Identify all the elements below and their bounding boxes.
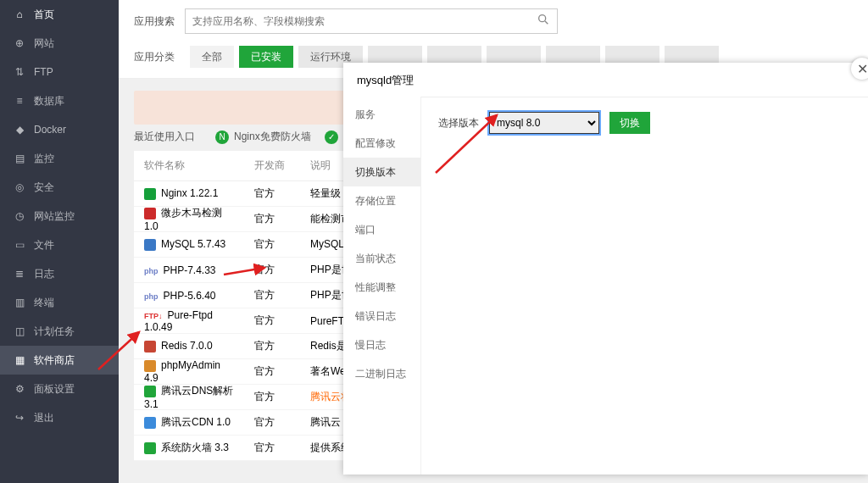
cron-icon: ◫	[14, 325, 25, 337]
cell-name: Nginx 1.22.1	[134, 187, 244, 200]
app-icon: FTP↓	[144, 312, 163, 320]
th-name: 软件名称	[134, 158, 244, 173]
sidebar-item-shield[interactable]: ◎安全	[0, 173, 119, 202]
modal-sidebar: 服务配置修改切换版本存储位置端口当前状态性能调整错误日志慢日志二进制日志	[343, 97, 421, 475]
home-icon: ⌂	[14, 8, 25, 20]
search-row: 应用搜索	[119, 0, 868, 41]
sidebar-item-log[interactable]: ≣日志	[0, 259, 119, 288]
cell-dev: 官方	[244, 415, 300, 430]
cell-dev: 官方	[244, 314, 300, 328]
cell-name: 系统防火墙 3.3	[134, 441, 244, 455]
modal-tab[interactable]: 端口	[343, 215, 420, 244]
gear-icon: ⚙	[14, 383, 25, 395]
cell-name: Redis 7.0.0	[134, 340, 244, 353]
sidebar-item-ftp[interactable]: ⇅FTP	[0, 58, 119, 86]
sidebar-item-cron[interactable]: ◫计划任务	[0, 317, 119, 346]
mysqld-modal: ✕ mysqld管理 服务配置修改切换版本存储位置端口当前状态性能调整错误日志慢…	[343, 63, 868, 475]
shield-icon: N	[215, 130, 229, 144]
modal-tab[interactable]: 切换版本	[343, 158, 420, 186]
app-icon	[144, 442, 156, 454]
shield-icon: ✓	[325, 130, 338, 144]
sidebar-item-exit[interactable]: ↪退出	[0, 403, 119, 432]
modal-tab[interactable]: 二进制日志	[343, 359, 420, 388]
app-icon: php	[144, 267, 159, 275]
sidebar-item-watch[interactable]: ◷网站监控	[0, 202, 119, 230]
cell-name: 腾讯云CDN 1.0	[134, 415, 244, 430]
sidebar-item-globe[interactable]: ⊕网站	[0, 29, 119, 58]
app-icon	[144, 360, 156, 372]
modal-tab[interactable]: 当前状态	[343, 244, 420, 273]
version-label: 选择版本	[438, 116, 479, 130]
app-icon	[144, 188, 156, 200]
ftp-icon: ⇅	[14, 66, 25, 78]
modal-tab[interactable]: 错误日志	[343, 302, 420, 330]
log-icon: ≣	[14, 268, 25, 280]
app-icon	[144, 341, 156, 353]
app-icon	[144, 208, 156, 219]
cell-name: phpPHP-5.6.40	[134, 290, 244, 302]
search-label: 应用搜索	[134, 14, 185, 29]
search-input[interactable]	[192, 15, 537, 27]
cell-dev: 官方	[244, 390, 300, 404]
sidebar-item-monitor[interactable]: ▤监控	[0, 144, 119, 173]
sidebar-item-home[interactable]: ⌂首页	[0, 0, 119, 29]
cell-dev: 官方	[244, 288, 300, 303]
modal-title: mysqld管理	[343, 63, 868, 97]
sidebar: ⌂首页⊕网站⇅FTP≡数据库◆Docker▤监控◎安全◷网站监控▭文件≣日志▥终…	[0, 0, 119, 483]
sidebar-item-terminal[interactable]: ▥终端	[0, 288, 119, 317]
recent-item[interactable]: NNginx免费防火墙	[215, 130, 311, 144]
cell-dev: 官方	[244, 339, 300, 353]
search-box[interactable]	[185, 8, 558, 34]
cell-dev: 官方	[244, 364, 300, 379]
modal-content: 选择版本 mysql 8.0 切换	[421, 97, 868, 475]
sidebar-item-docker[interactable]: ◆Docker	[0, 115, 119, 144]
sidebar-item-folder[interactable]: ▭文件	[0, 230, 119, 259]
cell-dev: 官方	[244, 212, 300, 226]
category-tab[interactable]: 全部	[190, 46, 234, 68]
store-icon: ▦	[14, 354, 25, 366]
app-icon	[144, 386, 156, 397]
recent-label: 最近使用入口	[134, 130, 195, 144]
category-label: 应用分类	[134, 50, 185, 64]
cell-name: 腾讯云DNS解析 3.1	[134, 384, 244, 410]
cell-name: 微步木马检测 1.0	[134, 206, 244, 232]
th-dev: 开发商	[244, 158, 300, 173]
modal-tab[interactable]: 存储位置	[343, 186, 420, 215]
svg-line-1	[545, 21, 548, 24]
cell-name: phpPHP-7.4.33	[134, 264, 244, 276]
sidebar-item-store[interactable]: ▦软件商店	[0, 346, 119, 375]
globe-icon: ⊕	[14, 37, 25, 49]
app-icon	[144, 239, 156, 251]
cell-name: MySQL 5.7.43	[134, 238, 244, 251]
modal-tab[interactable]: 性能调整	[343, 273, 420, 302]
close-icon[interactable]: ✕	[851, 58, 868, 80]
exit-icon: ↪	[14, 412, 25, 424]
modal-tab[interactable]: 慢日志	[343, 330, 420, 359]
app-icon: php	[144, 292, 159, 301]
app-icon	[144, 417, 156, 429]
modal-tab[interactable]: 配置修改	[343, 129, 420, 158]
monitor-icon: ▤	[14, 153, 25, 164]
cell-dev: 官方	[244, 441, 300, 455]
category-tab[interactable]: 已安装	[239, 46, 293, 68]
terminal-icon: ▥	[14, 297, 25, 308]
docker-icon: ◆	[14, 124, 25, 136]
modal-tab[interactable]: 服务	[343, 100, 420, 129]
cell-dev: 官方	[244, 186, 300, 201]
sidebar-item-gear[interactable]: ⚙面板设置	[0, 375, 119, 403]
cell-name: FTP↓Pure-Ftpd 1.0.49	[134, 309, 244, 333]
cell-dev: 官方	[244, 237, 300, 252]
svg-point-0	[539, 15, 546, 22]
watch-icon: ◷	[14, 210, 25, 222]
version-select[interactable]: mysql 8.0	[489, 112, 599, 134]
db-icon: ≡	[14, 95, 25, 107]
shield-icon: ◎	[14, 181, 25, 193]
search-icon[interactable]	[537, 13, 550, 30]
sidebar-item-db[interactable]: ≡数据库	[0, 86, 119, 115]
folder-icon: ▭	[14, 239, 25, 251]
cell-name: phpMyAdmin 4.9	[134, 359, 244, 384]
cell-dev: 官方	[244, 263, 300, 277]
switch-button[interactable]: 切换	[609, 112, 650, 134]
